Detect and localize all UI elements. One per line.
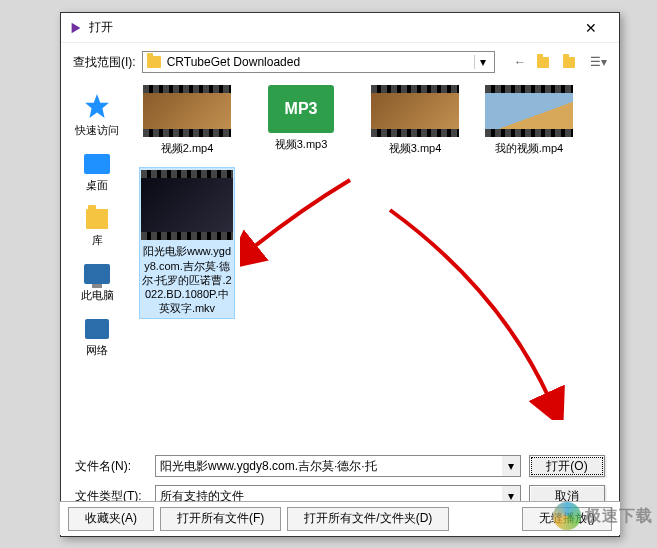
file-list-pane[interactable]: 视频2.mp4 MP3 视频3.mp3 视频3.mp4 我的视频.mp4 阳光电…: [133, 81, 619, 449]
look-in-row: 查找范围(I): CRTubeGet Downloaded ▾ ← ☰▾: [61, 43, 619, 81]
dialog-title: 打开: [89, 19, 571, 36]
file-label: 我的视频.mp4: [495, 141, 563, 155]
file-label: 视频3.mp4: [389, 141, 442, 155]
open-button[interactable]: 打开(O): [529, 455, 605, 477]
sidebar-item-label: 网络: [86, 343, 108, 358]
sidebar-item-label: 桌面: [86, 178, 108, 193]
sidebar-item-quick-access[interactable]: 快速访问: [61, 87, 133, 148]
computer-icon: [84, 264, 110, 284]
star-icon: [84, 93, 110, 119]
places-sidebar: 快速访问 桌面 库 此电脑 网络: [61, 81, 133, 449]
svg-marker-0: [72, 22, 81, 33]
look-in-label: 查找范围(I):: [73, 54, 136, 71]
file-item[interactable]: 视频3.mp4: [367, 85, 463, 155]
filename-input[interactable]: [156, 456, 502, 476]
chevron-down-icon[interactable]: ▾: [474, 55, 490, 69]
file-item[interactable]: MP3 视频3.mp3: [253, 85, 349, 155]
library-icon: [86, 209, 108, 229]
file-label: 视频3.mp3: [275, 137, 328, 151]
sidebar-item-label: 此电脑: [81, 288, 114, 303]
sidebar-item-label: 快速访问: [75, 123, 119, 138]
back-icon[interactable]: ←: [511, 53, 529, 71]
new-folder-icon[interactable]: [563, 53, 581, 71]
file-label: 视频2.mp4: [161, 141, 214, 155]
open-all-files-button[interactable]: 打开所有文件(F): [160, 507, 281, 531]
sidebar-item-desktop[interactable]: 桌面: [61, 148, 133, 203]
look-in-combo[interactable]: CRTubeGet Downloaded ▾: [142, 51, 495, 73]
sidebar-item-this-pc[interactable]: 此电脑: [61, 258, 133, 313]
filename-combo[interactable]: ▾: [155, 455, 521, 477]
sidebar-item-libraries[interactable]: 库: [61, 203, 133, 258]
file-label: 阳光电影www.ygdy8.com.吉尔莫·德尔·托罗的匹诺曹.2022.BD.…: [142, 244, 232, 315]
titlebar: 打开 ✕: [61, 13, 619, 43]
nav-toolbar: ← ☰▾: [511, 53, 607, 71]
sidebar-item-label: 库: [92, 233, 103, 248]
file-item[interactable]: 我的视频.mp4: [481, 85, 577, 155]
mp3-icon: MP3: [268, 85, 334, 133]
desktop-icon: [84, 154, 110, 174]
file-item[interactable]: 视频2.mp4: [139, 85, 235, 155]
app-icon: [69, 21, 83, 35]
network-icon: [85, 319, 109, 339]
watermark: 极速下载: [553, 502, 653, 530]
open-all-folders-button[interactable]: 打开所有文件/文件夹(D): [287, 507, 449, 531]
look-in-value: CRTubeGet Downloaded: [167, 55, 474, 69]
watermark-icon: [553, 502, 581, 530]
folder-icon: [147, 56, 161, 68]
chevron-down-icon[interactable]: ▾: [502, 456, 520, 476]
watermark-text: 极速下载: [585, 506, 653, 527]
filename-label: 文件名(N):: [75, 458, 147, 475]
up-folder-icon[interactable]: [537, 53, 555, 71]
svg-marker-1: [85, 94, 109, 118]
file-item-selected[interactable]: 阳光电影www.ygdy8.com.吉尔莫·德尔·托罗的匹诺曹.2022.BD.…: [139, 167, 235, 318]
dialog-footer-bar: 收藏夹(A) 打开所有文件(F) 打开所有文件/文件夹(D) 无缝播放(): [60, 501, 620, 535]
view-menu-icon[interactable]: ☰▾: [589, 53, 607, 71]
close-button[interactable]: ✕: [571, 14, 611, 42]
open-file-dialog: 打开 ✕ 查找范围(I): CRTubeGet Downloaded ▾ ← ☰…: [60, 12, 620, 537]
favorites-button[interactable]: 收藏夹(A): [68, 507, 154, 531]
sidebar-item-network[interactable]: 网络: [61, 313, 133, 368]
